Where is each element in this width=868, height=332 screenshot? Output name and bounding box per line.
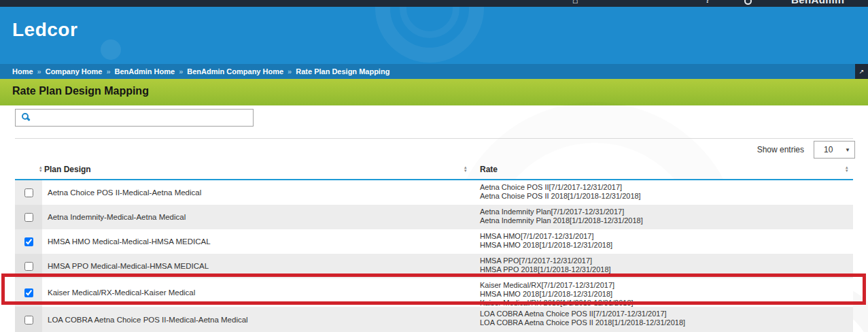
rate-plan-table: Show entries 10 ▼ ▴ ▾ Plan Design ▴ ▾ Ra… — [15, 138, 853, 332]
rate-line: Aetna Choise POS II 2018[1/1/2018-12/31/… — [480, 192, 853, 201]
watermark-dot — [101, 39, 121, 60]
top-utility-bar: ⌂ ? BenAdmin — [0, 0, 868, 7]
search-input[interactable] — [35, 110, 251, 126]
page-title: Rate Plan Design Mapping — [12, 85, 149, 97]
breadcrumb-benadmin-home[interactable]: BenAdmin Home — [115, 67, 175, 76]
breadcrumb-company-home[interactable]: Company Home — [46, 67, 103, 76]
breadcrumb: Home » Company Home » BenAdmin Home » Be… — [0, 64, 868, 79]
rate-line: HMSA HMO[7/1/2017-12/31/2017] — [480, 232, 853, 241]
rate-line: LOA COBRA Aetna Choice POS II 2018[1/1/2… — [480, 318, 853, 327]
home-icon[interactable]: ⌂ — [572, 0, 578, 5]
rate-line: Kaiser Medical/RX 2018[1/1/2018-12/31/20… — [480, 299, 853, 307]
rate-cell: HMSA PPO[7/1/2017-12/31/2017] HMSA PPO 2… — [474, 254, 853, 278]
breadcrumb-current-page: Rate Plan Design Mapping — [296, 67, 389, 76]
breadcrumb-separator: » — [37, 67, 41, 76]
sort-desc-icon: ▾ — [39, 169, 42, 172]
row-checkbox[interactable] — [24, 213, 33, 222]
sort-icon-rate[interactable]: ▴ ▾ — [846, 165, 848, 172]
rate-line: Aetna Indemnity Plan 2018[1/1/2018-12/31… — [480, 216, 853, 225]
rate-plan-design-mapping-page: ⌂ ? BenAdmin Ledcor Home » Company Home … — [0, 0, 868, 332]
company-logo: Ledcor — [12, 19, 77, 41]
user-avatar-icon[interactable] — [744, 0, 752, 5]
breadcrumb-separator: » — [179, 67, 183, 76]
row-checkbox[interactable] — [24, 288, 33, 297]
breadcrumb-separator: » — [106, 67, 110, 76]
column-header-plan-design[interactable]: Plan Design — [44, 165, 91, 174]
title-bar: Rate Plan Design Mapping — [0, 79, 868, 105]
row-checkbox[interactable] — [24, 188, 33, 197]
rate-line: Kaiser Medical/RX[7/1/2017-12/31/2017] — [480, 281, 853, 290]
sort-desc-icon: ▾ — [846, 169, 848, 172]
table-row: Aetna Indemnity-Medical-Aetna Medical Ae… — [15, 205, 853, 229]
sort-desc-icon: ▾ — [464, 169, 467, 172]
rate-cell: Kaiser Medical/RX[7/1/2017-12/31/2017] H… — [474, 278, 853, 307]
search-icon — [22, 113, 29, 120]
table-row: HMSA HMO Medical-Medical-HMSA MEDICAL HM… — [15, 229, 853, 254]
corner-arrow-button[interactable]: ↗ — [855, 64, 868, 79]
page-size-select[interactable]: 10 — [814, 141, 855, 159]
show-entries-label: Show entries — [757, 145, 804, 154]
breadcrumb-separator: » — [288, 67, 292, 76]
rate-cell: LOA COBRA Aetna Choice POS II[7/1/2017-1… — [474, 307, 853, 332]
help-icon[interactable]: ? — [705, 0, 710, 5]
plan-design-cell: LOA COBRA Aetna Choice POS II-Medical-Ae… — [42, 307, 474, 332]
table-search-box — [15, 109, 254, 127]
corner-arrow-icon: ↗ — [859, 68, 865, 75]
plan-design-cell: HMSA HMO Medical-Medical-HMSA MEDICAL — [42, 229, 474, 254]
user-menu-label[interactable]: BenAdmin — [791, 0, 844, 5]
table-row: HMSA PPO Medical-Medical-HMSA MEDICAL HM… — [15, 254, 853, 278]
rate-line: HMSA PPO[7/1/2017-12/31/2017] — [480, 256, 853, 265]
sort-icon-plan-design[interactable]: ▴ ▾ — [464, 165, 467, 172]
checkbox-cell — [15, 180, 42, 205]
breadcrumb-home[interactable]: Home — [12, 67, 33, 76]
rate-line: HMSA HMO 2018[1/1/2018-12/31/2018] — [480, 290, 853, 299]
rate-line: HMSA PPO 2018[1/1/2018-12/31/2018] — [480, 265, 853, 274]
rate-line: Aetna Choice POS II[7/1/2017-12/31/2017] — [480, 183, 853, 192]
table-row-highlighted: Kaiser Medical/RX-Medical-Kaiser Medical… — [15, 278, 853, 307]
rate-line: Aetna Indemnity Plan[7/1/2017-12/31/2017… — [480, 208, 853, 216]
checkbox-cell — [15, 278, 42, 307]
column-header-rate[interactable]: Rate — [480, 165, 498, 174]
row-checkbox[interactable] — [24, 316, 33, 325]
plan-design-cell: HMSA PPO Medical-Medical-HMSA MEDICAL — [42, 254, 474, 278]
brand-header: Ledcor — [0, 7, 868, 64]
plan-design-cell: Aetna Choice POS II-Medical-Aetna Medica… — [42, 180, 474, 205]
page-size-select-wrap: 10 ▼ — [814, 141, 855, 159]
show-entries-row: Show entries 10 ▼ — [15, 139, 853, 161]
row-checkbox[interactable] — [24, 237, 33, 246]
row-checkbox[interactable] — [24, 262, 33, 271]
rate-line: HMSA HMO 2018[1/1/2018-12/31/2018] — [480, 241, 853, 250]
rate-line: LOA COBRA Aetna Choice POS II[7/1/2017-1… — [480, 310, 853, 318]
sort-icon-checkbox-column[interactable]: ▴ ▾ — [39, 165, 42, 172]
rate-cell: Aetna Indemnity Plan[7/1/2017-12/31/2017… — [474, 205, 853, 229]
plan-design-cell: Kaiser Medical/RX-Medical-Kaiser Medical — [42, 278, 474, 307]
breadcrumb-benadmin-company-home[interactable]: BenAdmin Company Home — [187, 67, 283, 76]
table-row: LOA COBRA Aetna Choice POS II-Medical-Ae… — [15, 307, 853, 332]
checkbox-cell — [15, 254, 42, 278]
table-row: Aetna Choice POS II-Medical-Aetna Medica… — [15, 180, 853, 205]
checkbox-cell — [15, 229, 42, 254]
checkbox-cell — [15, 205, 42, 229]
rate-cell: HMSA HMO[7/1/2017-12/31/2017] HMSA HMO 2… — [474, 229, 853, 254]
plan-design-cell: Aetna Indemnity-Medical-Aetna Medical — [42, 205, 474, 229]
checkbox-cell — [15, 307, 42, 332]
table-header: ▴ ▾ Plan Design ▴ ▾ Rate ▴ ▾ — [15, 161, 853, 180]
rate-cell: Aetna Choice POS II[7/1/2017-12/31/2017]… — [474, 180, 853, 205]
